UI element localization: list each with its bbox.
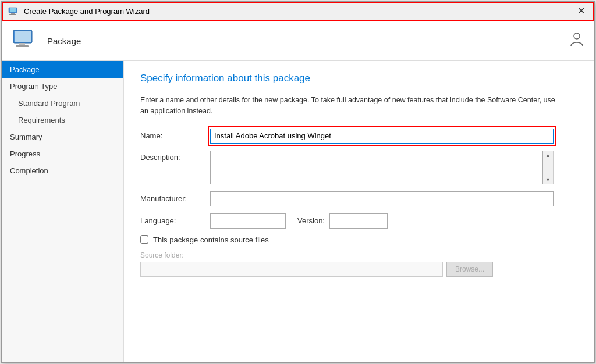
title-bar-left: Create Package and Program Wizard	[8, 5, 150, 17]
description-label: Description:	[140, 151, 210, 162]
sidebar: Package Program Type Standard Program Re…	[2, 61, 124, 362]
source-folder-label: Source folder:	[140, 251, 578, 259]
svg-rect-2	[11, 13, 15, 14]
description-input[interactable]	[210, 151, 543, 184]
dialog-window: Create Package and Program Wizard ✕ Pack…	[1, 1, 595, 363]
lang-version-row: Language: Version:	[140, 213, 578, 229]
name-label: Name:	[140, 131, 210, 140]
name-input[interactable]	[210, 129, 554, 144]
header-title: Package	[47, 36, 81, 46]
source-folder-input-row: Browse...	[140, 262, 578, 277]
header-bar: Package	[2, 21, 594, 61]
source-files-checkbox-row: This package contains source files	[140, 235, 578, 244]
sidebar-item-package[interactable]: Package	[2, 61, 123, 78]
sidebar-item-standard-program[interactable]: Standard Program	[2, 95, 123, 112]
header-computer-icon	[11, 27, 39, 55]
source-folder-row: Source folder: Browse...	[140, 251, 578, 277]
browse-button: Browse...	[446, 262, 493, 277]
svg-point-8	[574, 33, 580, 39]
source-files-label[interactable]: This package contains source files	[153, 235, 269, 244]
manufacturer-input[interactable]	[210, 191, 554, 206]
content-area: Specify information about this package E…	[124, 61, 594, 362]
svg-rect-6	[19, 43, 25, 45]
title-bar: Create Package and Program Wizard ✕	[2, 2, 594, 21]
name-row: Name:	[140, 129, 578, 144]
description-row: Description: ▲ ▼	[140, 151, 578, 184]
sidebar-item-program-type[interactable]: Program Type	[2, 78, 123, 95]
sidebar-item-requirements[interactable]: Requirements	[2, 112, 123, 129]
scroll-up-arrow[interactable]: ▲	[544, 151, 552, 159]
svg-rect-3	[9, 14, 16, 15]
dialog-title: Create Package and Program Wizard	[24, 7, 150, 16]
sidebar-item-completion[interactable]: Completion	[2, 162, 123, 179]
sidebar-item-progress[interactable]: Progress	[2, 145, 123, 162]
description-textarea-wrapper: ▲ ▼	[210, 151, 554, 184]
sidebar-item-summary[interactable]: Summary	[2, 129, 123, 145]
language-label: Language:	[140, 216, 210, 225]
description-scrollbar[interactable]: ▲ ▼	[543, 151, 554, 184]
header-right	[569, 31, 585, 51]
scroll-down-arrow[interactable]: ▼	[544, 176, 552, 184]
description-text: Enter a name and other details for the n…	[140, 95, 559, 117]
main-content: Package Program Type Standard Program Re…	[2, 61, 594, 362]
content-title: Specify information about this package	[140, 73, 578, 84]
version-input[interactable]	[329, 213, 388, 229]
name-input-wrapper	[210, 129, 554, 144]
source-files-checkbox[interactable]	[140, 235, 148, 244]
version-label: Version:	[297, 216, 325, 225]
svg-rect-7	[16, 45, 29, 47]
svg-rect-1	[10, 8, 16, 12]
source-folder-input	[140, 262, 443, 277]
manufacturer-row: Manufacturer:	[140, 191, 578, 206]
manufacturer-label: Manufacturer:	[140, 194, 210, 203]
person-icon	[569, 35, 585, 50]
close-button[interactable]: ✕	[574, 5, 588, 17]
language-input[interactable]	[210, 213, 286, 229]
svg-rect-5	[15, 31, 31, 42]
user-icon	[569, 31, 585, 47]
title-bar-icon	[8, 5, 19, 17]
